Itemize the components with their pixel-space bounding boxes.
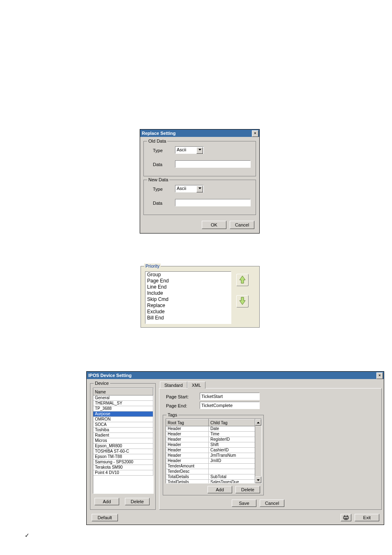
ok-button[interactable]: OK bbox=[202, 221, 226, 229]
tags-scrollbar[interactable] bbox=[255, 419, 261, 483]
table-row[interactable] bbox=[209, 464, 256, 469]
ipos-title: IPOS Device Setting bbox=[88, 373, 131, 378]
table-row[interactable]: TenderDesc bbox=[166, 469, 209, 474]
replace-setting-title: Replace Setting bbox=[142, 131, 176, 136]
table-row[interactable]: Header bbox=[166, 448, 209, 453]
scroll-up-icon[interactable] bbox=[255, 419, 261, 426]
close-icon[interactable]: × bbox=[252, 130, 258, 137]
move-up-button[interactable] bbox=[236, 274, 249, 286]
old-type-value: Ascii bbox=[177, 147, 186, 152]
table-row[interactable]: Date bbox=[209, 426, 256, 432]
device-delete-button[interactable]: Delete bbox=[125, 498, 150, 505]
old-data-legend: Old Data bbox=[147, 139, 167, 143]
print-button[interactable] bbox=[341, 514, 351, 521]
table-row[interactable]: OMRON bbox=[93, 417, 153, 422]
table-row[interactable]: TotalDetails bbox=[166, 480, 209, 484]
svg-rect-0 bbox=[344, 515, 348, 517]
chevron-down-icon[interactable] bbox=[196, 186, 203, 192]
table-row[interactable]: Micros bbox=[93, 438, 153, 444]
tags-grid[interactable]: Root Tag Child Tag HeaderDateHeaderTimeH… bbox=[166, 419, 262, 483]
table-row[interactable]: Header bbox=[166, 453, 209, 458]
old-type-select[interactable]: Ascii bbox=[175, 146, 204, 154]
table-row[interactable]: CashierID bbox=[209, 448, 256, 453]
tags-add-button[interactable]: Add bbox=[208, 486, 232, 493]
table-row[interactable]: SalesTaxesDue bbox=[209, 480, 256, 484]
table-row[interactable]: SOCA bbox=[93, 422, 153, 428]
replace-setting-dialog: Replace Setting × Old Data Type Ascii Da… bbox=[140, 129, 260, 234]
save-button[interactable]: Save bbox=[232, 500, 256, 507]
table-row[interactable]: JrnlTransNum bbox=[209, 453, 256, 458]
table-row[interactable]: TotalDetails bbox=[166, 474, 209, 480]
settings-tabs: StandardXML bbox=[160, 382, 205, 388]
table-row[interactable]: RegisterID bbox=[209, 437, 256, 442]
table-row[interactable]: Epson_MR800 bbox=[93, 444, 153, 449]
old-data-input[interactable] bbox=[175, 160, 251, 168]
table-row[interactable]: Header bbox=[166, 458, 209, 464]
new-data-input[interactable] bbox=[175, 199, 251, 206]
list-item[interactable]: Page End bbox=[145, 278, 231, 284]
old-type-label: Type bbox=[153, 148, 163, 153]
table-row[interactable]: Samsung - SPS2000 bbox=[93, 460, 153, 465]
table-row[interactable]: Radient bbox=[93, 433, 153, 438]
ipos-device-setting-dialog: IPOS Device Setting × Device NameGeneral… bbox=[86, 371, 384, 525]
table-row[interactable]: Point 4 DV10 bbox=[93, 470, 153, 476]
new-data-legend: New Data bbox=[147, 177, 169, 182]
table-row[interactable]: THERMAL_SY bbox=[93, 401, 153, 406]
ipos-cancel-button[interactable]: Cancel bbox=[260, 500, 284, 507]
table-row[interactable]: Epson TM-T88 bbox=[93, 454, 153, 460]
device-list[interactable]: NameGeneralTHERMAL_SYTP_3688AurposeOMRON… bbox=[93, 388, 154, 494]
list-item[interactable]: Group bbox=[145, 272, 231, 278]
list-item[interactable]: Bill End bbox=[145, 315, 231, 321]
page-end-label: Page End: bbox=[166, 403, 187, 408]
xml-tab-page: Page Start: Page End: Tags Root Tag Chil… bbox=[159, 388, 382, 510]
table-row[interactable]: Header bbox=[166, 442, 209, 448]
table-row[interactable]: Header bbox=[166, 426, 209, 432]
exit-button[interactable]: Exit bbox=[355, 514, 379, 521]
new-type-select[interactable]: Ascii bbox=[175, 185, 204, 192]
tags-delete-button[interactable]: Delete bbox=[235, 486, 260, 493]
table-row[interactable]: TP_3688 bbox=[93, 406, 153, 412]
table-row[interactable]: Time bbox=[209, 432, 256, 437]
table-row[interactable] bbox=[209, 469, 256, 474]
cancel-button[interactable]: Cancel bbox=[230, 221, 254, 229]
page-end-input[interactable] bbox=[200, 402, 260, 409]
old-data-label: Data bbox=[153, 162, 162, 167]
chevron-down-icon[interactable] bbox=[196, 147, 203, 154]
old-data-group: Old Data Type Ascii Data bbox=[143, 141, 256, 176]
arrow-up-icon bbox=[239, 275, 246, 284]
table-row[interactable]: TenderAmount bbox=[166, 464, 209, 469]
list-item[interactable]: Include bbox=[145, 290, 231, 296]
table-row[interactable]: SubTotal bbox=[209, 474, 256, 480]
table-row[interactable]: Header bbox=[166, 437, 209, 442]
new-data-label: Data bbox=[153, 201, 162, 206]
replace-setting-titlebar: Replace Setting × bbox=[140, 130, 259, 137]
tags-root-col: Root Tag bbox=[166, 419, 209, 426]
tags-child-col: Child Tag bbox=[209, 419, 256, 426]
list-item[interactable]: Replace bbox=[145, 303, 231, 309]
close-icon[interactable]: × bbox=[376, 372, 383, 379]
table-row[interactable]: TOSHIBA ST-60-C bbox=[93, 449, 153, 454]
device-add-button[interactable]: Add bbox=[95, 498, 119, 505]
scroll-down-icon[interactable] bbox=[255, 476, 261, 483]
tab-xml[interactable]: XML bbox=[187, 382, 206, 388]
table-row[interactable]: JrnlID bbox=[209, 458, 256, 464]
table-row[interactable]: General bbox=[93, 395, 153, 401]
table-row[interactable]: Shift bbox=[209, 442, 256, 448]
table-row[interactable]: Terakota SM90 bbox=[93, 465, 153, 470]
new-type-value: Ascii bbox=[177, 186, 186, 191]
list-item[interactable]: Line End bbox=[145, 284, 231, 290]
table-row[interactable]: Aurpose bbox=[93, 412, 153, 417]
move-down-button[interactable] bbox=[236, 295, 249, 308]
priority-list[interactable]: GroupPage EndLine EndIncludeSkip CmdRepl… bbox=[145, 271, 231, 324]
new-type-label: Type bbox=[153, 187, 163, 192]
priority-group: Priority GroupPage EndLine EndIncludeSki… bbox=[141, 266, 260, 328]
list-item[interactable]: Skip Cmd bbox=[145, 296, 231, 303]
tags-legend: Tags bbox=[166, 412, 178, 417]
tab-standard[interactable]: Standard bbox=[160, 382, 187, 388]
table-row[interactable]: Header bbox=[166, 432, 209, 437]
default-button[interactable]: Default bbox=[92, 514, 118, 521]
arrow-down-icon bbox=[239, 296, 246, 305]
page-start-input[interactable] bbox=[200, 393, 260, 400]
table-row[interactable]: Toshiba bbox=[93, 428, 153, 433]
list-item[interactable]: Exclude bbox=[145, 309, 231, 315]
